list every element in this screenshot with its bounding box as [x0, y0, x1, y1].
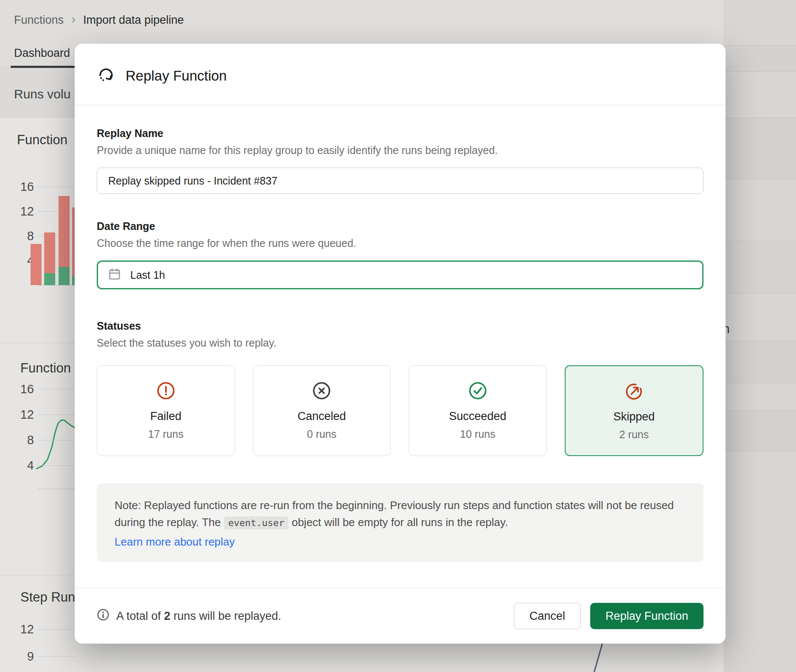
gridline	[37, 285, 75, 286]
summary-text: A total of 2 runs will be replayed.	[116, 610, 281, 623]
axis-label: 16	[12, 382, 34, 396]
gridline	[37, 440, 75, 440]
rs-border	[723, 411, 796, 411]
gridline	[37, 465, 75, 466]
replay-name-label: Replay Name	[97, 127, 704, 140]
modal-title: Replay Function	[126, 68, 227, 84]
status-card-canceled[interactable]: Canceled 0 runs	[253, 365, 391, 456]
date-range-value: Last 1h	[130, 269, 165, 281]
learn-more-link[interactable]: Learn more about replay	[115, 535, 235, 549]
skip-forward-icon	[624, 381, 644, 401]
axis-label: 4	[12, 459, 34, 473]
footer-actions: Cancel Replay Function	[514, 603, 704, 629]
rs-row	[723, 341, 796, 383]
axis-label: 8	[12, 229, 34, 243]
rs-border	[723, 383, 796, 383]
gridline	[37, 187, 75, 187]
bg-bar	[59, 196, 70, 267]
note-text: Note: Replayed functions are re-run from…	[115, 497, 686, 531]
bg-bar	[44, 273, 55, 285]
footer-summary: A total of 2 runs will be replayed.	[97, 608, 281, 624]
replay-name-description: Provide a unique name for this replay gr…	[97, 144, 704, 157]
statuses-label: Statuses	[97, 320, 704, 332]
status-name: Failed	[150, 410, 182, 423]
replay-function-modal: Replay Function Replay Name Provide a un…	[75, 44, 726, 644]
modal-header: Replay Function	[75, 44, 726, 105]
status-name: Canceled	[297, 410, 346, 423]
rs-border	[723, 118, 796, 118]
status-count: 0 runs	[307, 428, 336, 440]
event-user-code: event.user	[224, 516, 289, 529]
status-name: Succeeded	[449, 410, 506, 423]
statuses-description: Select the statuses you wish to replay.	[97, 337, 704, 349]
gridline	[37, 489, 75, 489]
rs-border	[723, 293, 796, 293]
axis-label: 8	[12, 433, 34, 447]
bg-bar	[59, 267, 70, 286]
rs-row	[723, 45, 796, 71]
status-cards-row: Failed 17 runs Canceled 0 runs	[97, 365, 704, 456]
axis-label: 12	[12, 622, 34, 636]
rs-border	[723, 179, 796, 179]
cancel-button[interactable]: Cancel	[514, 603, 581, 629]
date-range-description: Choose the time range for when the runs …	[97, 237, 704, 249]
axis-label: 9	[12, 650, 34, 664]
rs-border	[723, 45, 796, 46]
replay-note: Note: Replayed functions are re-run from…	[97, 483, 704, 562]
status-card-failed[interactable]: Failed 17 runs	[97, 365, 235, 456]
alert-circle-icon	[156, 381, 176, 400]
replay-icon	[97, 66, 115, 86]
status-card-skipped[interactable]: Skipped 2 runs	[565, 365, 704, 456]
date-range-label: Date Range	[97, 220, 704, 232]
bg-bar	[31, 244, 42, 285]
rs-border	[723, 451, 796, 451]
bg-bar	[44, 232, 55, 273]
status-count: 10 runs	[460, 428, 495, 440]
note-suffix: object will be empty for all runs in the…	[289, 516, 508, 529]
rs-border	[723, 241, 796, 241]
axis-label: 12	[12, 204, 34, 218]
gridline	[37, 629, 75, 630]
status-count: 17 runs	[148, 428, 183, 440]
date-range-section: Date Range Choose the time range for whe…	[97, 220, 704, 289]
rs-row	[723, 118, 796, 179]
rs-border	[723, 71, 796, 72]
replay-name-input[interactable]	[97, 168, 704, 194]
modal-footer: A total of 2 runs will be replayed. Canc…	[75, 588, 726, 644]
rs-border	[723, 341, 796, 341]
gridline	[37, 389, 75, 389]
info-icon	[97, 608, 109, 624]
date-range-field[interactable]: Last 1h	[97, 260, 704, 289]
x-circle-icon	[312, 381, 331, 400]
calendar-icon	[108, 268, 121, 282]
screen: Functions › Import data pipeline Dashboa…	[0, 0, 796, 672]
status-name: Skipped	[613, 410, 655, 423]
gridline	[37, 414, 75, 415]
status-card-succeeded[interactable]: Succeeded 10 runs	[409, 365, 547, 456]
check-circle-icon	[468, 381, 488, 400]
axis-label: 12	[12, 408, 34, 422]
rs-row	[723, 241, 796, 293]
right-page-strip	[723, 0, 796, 672]
status-count: 2 runs	[619, 428, 649, 441]
replay-function-button[interactable]: Replay Function	[590, 603, 704, 629]
modal-body: Replay Name Provide a unique name for th…	[75, 105, 726, 588]
replay-name-section: Replay Name Provide a unique name for th…	[97, 127, 704, 194]
axis-label: 16	[12, 180, 34, 194]
gridline	[37, 656, 75, 657]
summary-count: 2	[164, 610, 171, 622]
statuses-section: Statuses Select the statuses you wish to…	[97, 320, 704, 456]
rs-row	[723, 411, 796, 451]
